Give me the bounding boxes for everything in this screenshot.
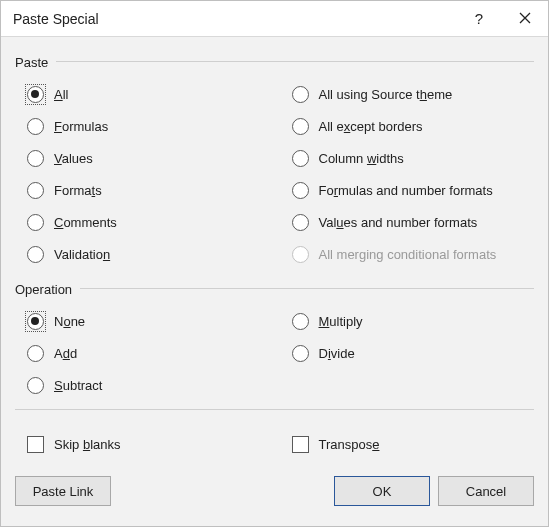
operation-option-radio[interactable]: Divide: [280, 337, 535, 369]
paste-option-radio[interactable]: All: [15, 78, 270, 110]
radio-icon: [27, 118, 44, 135]
operation-group-label: Operation: [15, 282, 72, 297]
paste-options: AllFormulasValuesFormatsCommentsValidati…: [15, 78, 534, 270]
transpose-label: Transpose: [319, 437, 380, 452]
paste-option-radio[interactable]: Column widths: [280, 142, 535, 174]
paste-link-label: Paste Link: [33, 484, 94, 499]
ok-button[interactable]: OK: [334, 476, 430, 506]
transpose-checkbox[interactable]: Transpose: [280, 428, 535, 460]
divider: [56, 61, 534, 62]
radio-icon: [27, 345, 44, 362]
radio-icon: [292, 345, 309, 362]
button-row: Paste Link OK Cancel: [15, 476, 534, 506]
paste-option-label: All using Source theme: [319, 87, 453, 102]
paste-option-radio[interactable]: Formulas: [15, 110, 270, 142]
cancel-label: Cancel: [466, 484, 506, 499]
dialog-body: Paste AllFormulasValuesFormatsCommentsVa…: [1, 37, 548, 526]
radio-icon: [292, 86, 309, 103]
radio-icon: [292, 246, 309, 263]
paste-link-button[interactable]: Paste Link: [15, 476, 111, 506]
titlebar: Paste Special ?: [1, 1, 548, 37]
radio-icon: [292, 214, 309, 231]
operation-option-radio[interactable]: Add: [15, 337, 270, 369]
divider: [15, 409, 534, 410]
checkbox-row: Skip blanks Transpose: [15, 428, 534, 460]
radio-icon: [292, 150, 309, 167]
radio-icon: [292, 313, 309, 330]
radio-icon: [27, 377, 44, 394]
paste-option-radio[interactable]: Values: [15, 142, 270, 174]
dialog-title: Paste Special: [13, 11, 456, 27]
radio-icon: [27, 150, 44, 167]
checkbox-icon: [27, 436, 44, 453]
operation-option-label: None: [54, 314, 85, 329]
checkbox-icon: [292, 436, 309, 453]
radio-icon: [27, 182, 44, 199]
paste-option-radio[interactable]: Comments: [15, 206, 270, 238]
radio-icon: [292, 118, 309, 135]
help-icon: ?: [475, 10, 483, 27]
paste-option-label: Values: [54, 151, 93, 166]
operation-option-label: Add: [54, 346, 77, 361]
ok-label: OK: [373, 484, 392, 499]
operation-option-radio[interactable]: None: [15, 305, 270, 337]
skip-blanks-checkbox[interactable]: Skip blanks: [15, 428, 270, 460]
paste-special-dialog: Paste Special ? Paste AllFormulasValuesF…: [0, 0, 549, 527]
operation-option-radio[interactable]: Subtract: [15, 369, 270, 401]
radio-icon: [27, 214, 44, 231]
operation-option-label: Multiply: [319, 314, 363, 329]
paste-option-radio[interactable]: Validation: [15, 238, 270, 270]
close-icon: [519, 10, 531, 27]
skip-blanks-label: Skip blanks: [54, 437, 121, 452]
paste-option-label: Validation: [54, 247, 110, 262]
paste-option-radio[interactable]: Values and number formats: [280, 206, 535, 238]
paste-option-radio[interactable]: Formulas and number formats: [280, 174, 535, 206]
radio-icon: [292, 182, 309, 199]
paste-option-label: Values and number formats: [319, 215, 478, 230]
operation-option-label: Divide: [319, 346, 355, 361]
operation-option-label: Subtract: [54, 378, 102, 393]
paste-group-label: Paste: [15, 55, 48, 70]
paste-option-label: Column widths: [319, 151, 404, 166]
paste-option-label: Formulas and number formats: [319, 183, 493, 198]
paste-option-label: All merging conditional formats: [319, 247, 497, 262]
paste-option-radio[interactable]: Formats: [15, 174, 270, 206]
divider: [80, 288, 534, 289]
paste-option-radio[interactable]: All using Source theme: [280, 78, 535, 110]
radio-icon: [27, 86, 44, 103]
close-button[interactable]: [502, 1, 548, 37]
help-button[interactable]: ?: [456, 1, 502, 37]
paste-option-radio: All merging conditional formats: [280, 238, 535, 270]
cancel-button[interactable]: Cancel: [438, 476, 534, 506]
operation-option-radio[interactable]: Multiply: [280, 305, 535, 337]
paste-option-label: Formulas: [54, 119, 108, 134]
paste-option-radio[interactable]: All except borders: [280, 110, 535, 142]
radio-icon: [27, 313, 44, 330]
paste-option-label: All except borders: [319, 119, 423, 134]
paste-option-label: All: [54, 87, 68, 102]
operation-options: NoneAddSubtract MultiplyDivide: [15, 305, 534, 401]
paste-option-label: Comments: [54, 215, 117, 230]
radio-icon: [27, 246, 44, 263]
paste-option-label: Formats: [54, 183, 102, 198]
